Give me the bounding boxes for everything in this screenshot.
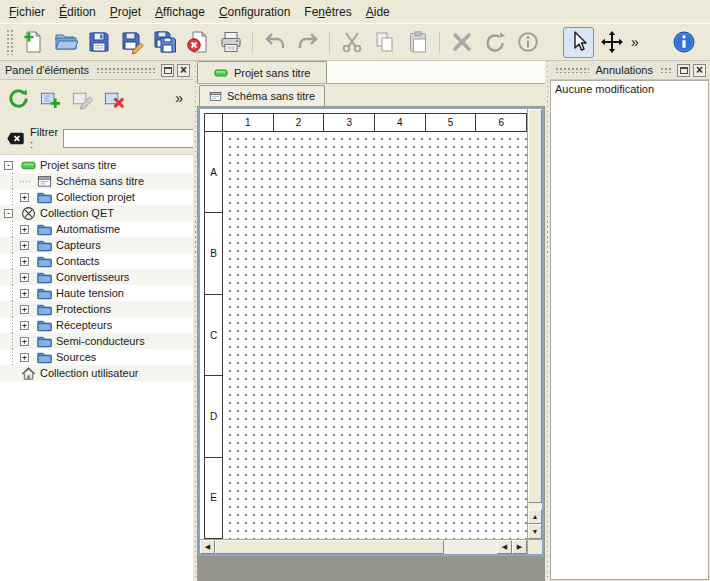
tab-projet-sans-titre[interactable]: Projet sans titre bbox=[197, 61, 327, 83]
folder-blue-icon bbox=[37, 350, 52, 365]
undo-panel-titlebar[interactable]: Annulations × bbox=[550, 61, 709, 80]
rotate-arrow-icon bbox=[483, 30, 507, 54]
open-project-button[interactable] bbox=[50, 27, 81, 58]
dock-drag-handle[interactable] bbox=[96, 67, 156, 73]
tree-item-sources[interactable]: +Sources bbox=[0, 349, 193, 365]
tree-expander[interactable]: + bbox=[20, 193, 29, 202]
close-project-button[interactable] bbox=[182, 27, 213, 58]
vscroll-thumb[interactable] bbox=[528, 109, 542, 503]
element-info-button[interactable] bbox=[512, 27, 543, 58]
filter-input[interactable] bbox=[63, 129, 213, 148]
menu-fenetres[interactable]: Fenêtres bbox=[297, 2, 358, 22]
menu-affichage[interactable]: Affichage bbox=[148, 2, 212, 22]
tree-expander[interactable]: + bbox=[20, 289, 29, 298]
tab-schema-sans-titre[interactable]: Schéma sans titre bbox=[199, 85, 325, 106]
tree-expander[interactable]: + bbox=[20, 305, 29, 314]
undo-list-item[interactable]: Aucune modification bbox=[551, 81, 708, 97]
tree-expander[interactable]: - bbox=[4, 209, 13, 218]
reload-collections-button[interactable] bbox=[3, 83, 33, 113]
toolbar-grip[interactable] bbox=[6, 29, 13, 55]
hscroll-thumb[interactable] bbox=[215, 540, 444, 554]
menu-edition[interactable]: Édition bbox=[52, 2, 103, 22]
main-area: Panel d'éléments × » Filtrer : -Projet s… bbox=[0, 61, 710, 581]
print-button[interactable] bbox=[215, 27, 246, 58]
delete-button[interactable] bbox=[446, 27, 477, 58]
tree-expander-slot: + bbox=[20, 301, 35, 317]
new-element-button[interactable] bbox=[35, 83, 65, 113]
undo-dock-drag-handle[interactable] bbox=[555, 67, 589, 73]
tree-expander[interactable]: + bbox=[20, 257, 29, 266]
tree-expander-slot: + bbox=[20, 285, 35, 301]
schema-canvas[interactable] bbox=[223, 132, 527, 539]
tree-item-protections[interactable]: +Protections bbox=[0, 301, 193, 317]
tree-expander[interactable]: + bbox=[20, 241, 29, 250]
center-workspace: Projet sans titre Schéma sans titre 1234… bbox=[197, 61, 545, 581]
select-mode-button[interactable] bbox=[563, 27, 594, 58]
menu-aide[interactable]: Aide bbox=[359, 2, 397, 22]
tree-guide-line bbox=[12, 333, 13, 349]
tree-item-semi-conducteurs[interactable]: +Semi-conducteurs bbox=[0, 333, 193, 349]
tree-expander[interactable]: + bbox=[20, 273, 29, 282]
toolbar-gap bbox=[544, 29, 562, 55]
paste-button[interactable] bbox=[402, 27, 433, 58]
vertical-scrollbar[interactable]: ▲ ▼ bbox=[527, 109, 542, 539]
tree-item-automatisme[interactable]: +Automatisme bbox=[0, 221, 193, 237]
toolbar-overflow-button[interactable]: » bbox=[628, 35, 642, 49]
menu-fichier[interactable]: Fichier bbox=[2, 2, 52, 22]
rotate-button[interactable] bbox=[479, 27, 510, 58]
tree-expander-slot: + bbox=[20, 237, 35, 253]
redo-button[interactable] bbox=[292, 27, 323, 58]
scroll-left-button[interactable]: ◀ bbox=[200, 540, 215, 554]
element-delete-icon bbox=[103, 87, 126, 110]
tree-item-label: Sources bbox=[56, 351, 96, 363]
tree-guide bbox=[4, 237, 20, 253]
tree-expander[interactable]: + bbox=[20, 337, 29, 346]
edit-element-button[interactable] bbox=[67, 83, 97, 113]
new-project-button[interactable] bbox=[17, 27, 48, 58]
close-undo-panel-button[interactable]: × bbox=[693, 64, 706, 77]
copy-button[interactable] bbox=[369, 27, 400, 58]
save-all-button[interactable] bbox=[149, 27, 180, 58]
tree-expander[interactable]: - bbox=[4, 161, 13, 170]
home-icon bbox=[21, 366, 36, 381]
tree-item-contacts[interactable]: +Contacts bbox=[0, 253, 193, 269]
menu-configuration[interactable]: Configuration bbox=[212, 2, 297, 22]
scroll-down-button[interactable]: ▼ bbox=[528, 524, 542, 539]
tree-item-schema-sans-titre[interactable]: Schéma sans titre bbox=[0, 173, 193, 189]
tree-item-convertisseurs[interactable]: +Convertisseurs bbox=[0, 269, 193, 285]
hscroll-track[interactable] bbox=[444, 540, 497, 554]
close-elements-panel-button[interactable]: × bbox=[177, 64, 190, 77]
tree-item-collection-qet[interactable]: -Collection QET bbox=[0, 205, 193, 221]
schema-sheet-icon bbox=[37, 174, 52, 189]
cut-button[interactable] bbox=[336, 27, 367, 58]
delete-element-button[interactable] bbox=[99, 83, 129, 113]
tree-item-collection-utilisateur[interactable]: Collection utilisateur bbox=[0, 365, 193, 381]
tree-expander[interactable]: + bbox=[20, 353, 29, 362]
pan-mode-button[interactable] bbox=[596, 27, 627, 58]
tree-item-collection-projet[interactable]: +Collection projet bbox=[0, 189, 193, 205]
redo-arrow-icon bbox=[296, 30, 320, 54]
save-button[interactable] bbox=[83, 27, 114, 58]
float-undo-panel-button[interactable] bbox=[677, 64, 690, 77]
tree-item-haute-tension[interactable]: +Haute tension bbox=[0, 285, 193, 301]
undo-dock-drag-handle-2[interactable] bbox=[660, 67, 672, 73]
scroll-right-button[interactable]: ▶ bbox=[512, 540, 527, 554]
elements-panel-titlebar[interactable]: Panel d'éléments × bbox=[0, 61, 193, 80]
scroll-left-button-2[interactable]: ◀ bbox=[497, 540, 512, 554]
menu-projet[interactable]: Projet bbox=[103, 2, 148, 22]
scroll-up-button[interactable]: ▲ bbox=[528, 509, 542, 524]
tree-item-projet-sans-titre[interactable]: -Projet sans titre bbox=[0, 157, 193, 173]
panel-overflow-button[interactable]: » bbox=[172, 91, 186, 105]
float-elements-panel-button[interactable] bbox=[161, 64, 174, 77]
tree-item-capteurs[interactable]: +Capteurs bbox=[0, 237, 193, 253]
tree-item-recepteurs[interactable]: +Récepteurs bbox=[0, 317, 193, 333]
about-qet-button[interactable] bbox=[668, 27, 699, 58]
horizontal-scrollbar[interactable]: ◀ ◀ ▶ bbox=[200, 539, 527, 554]
project-tab-label: Projet sans titre bbox=[234, 67, 310, 79]
save-as-button[interactable] bbox=[116, 27, 147, 58]
tree-expander[interactable]: + bbox=[20, 225, 29, 234]
undo-button[interactable] bbox=[259, 27, 290, 58]
tree-expander[interactable]: + bbox=[20, 321, 29, 330]
clear-filter-icon bbox=[6, 129, 25, 148]
clear-filter-button[interactable] bbox=[5, 128, 25, 148]
